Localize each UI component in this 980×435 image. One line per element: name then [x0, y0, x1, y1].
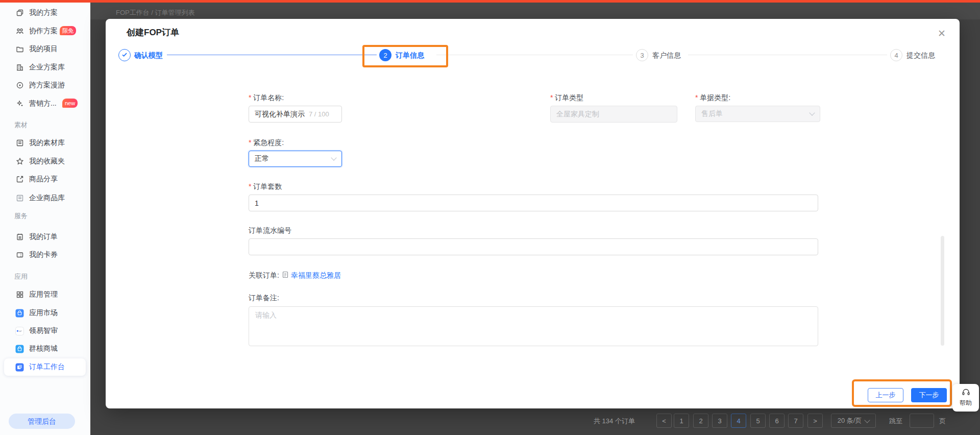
quantity-label: 订单套数	[249, 182, 282, 191]
remark-label: 订单备注:	[249, 294, 279, 303]
sidebar-item-my-plans[interactable]: 我的方案	[0, 7, 90, 19]
sidebar-item-app-management[interactable]: 应用管理	[0, 288, 90, 301]
step-3-circle: 3	[636, 49, 648, 61]
sidebar-section-service: 服务	[14, 211, 28, 221]
library-icon	[15, 139, 24, 148]
sidebar-item-product-share[interactable]: 商品分享	[0, 173, 90, 185]
pagination-page-5[interactable]: 5	[750, 414, 766, 428]
sidebar-item-app-market[interactable]: 应用市场	[0, 307, 90, 319]
folder-icon	[15, 45, 24, 54]
create-fop-order-dialog: 创建FOP订单 ✕ 确认模型 2 订单信息 3 客户信息 4 提交信息 订单名称…	[106, 19, 960, 408]
footer-buttons-highlight-annotation	[852, 379, 952, 407]
pagination-next-button[interactable]: >	[807, 414, 823, 428]
sidebar-section-apps: 应用	[14, 272, 28, 281]
goods-icon	[15, 194, 24, 203]
urgency-label: 紧急程度:	[249, 138, 284, 148]
pagination-page-unit: 页	[939, 417, 946, 426]
order-type-input-disabled	[550, 106, 677, 123]
step-connector-1	[167, 55, 377, 55]
step-3-label: 客户信息	[652, 51, 681, 60]
step-4-label: 提交信息	[906, 51, 935, 60]
sidebar-item-my-material-library[interactable]: 我的素材库	[0, 137, 90, 149]
order-name-label: 订单名称:	[249, 93, 284, 103]
chevron-down-icon	[809, 110, 815, 115]
step-1-label: 确认模型	[134, 51, 163, 60]
step-1-circle	[118, 49, 131, 61]
grid-icon	[15, 291, 24, 299]
sidebar-item-my-projects[interactable]: 我的项目	[0, 43, 90, 55]
sparkle-icon	[15, 100, 24, 108]
related-order-label: 关联订单:	[249, 271, 279, 280]
sidebar-item-my-orders[interactable]: 我的订单	[0, 231, 90, 243]
star-icon	[15, 157, 24, 166]
remark-textarea[interactable]	[249, 306, 818, 346]
sidebar: 我的方案 协作方案 限免 我的项目 企业方案库 跨方案漫游 营销方... new…	[0, 3, 90, 435]
workbench-icon	[15, 363, 24, 372]
serial-no-label: 订单流水编号	[249, 226, 291, 235]
step-connector-2	[436, 55, 633, 55]
pagination-page-4-current[interactable]: 4	[731, 414, 746, 428]
sidebar-item-cross-plan-roam[interactable]: 跨方案漫游	[0, 79, 90, 91]
sidebar-item-company-plan-library[interactable]: 企业方案库	[0, 61, 90, 74]
help-label: 帮助	[960, 399, 972, 407]
chevron-down-icon	[331, 155, 336, 160]
sidebar-item-lingyi-audit[interactable]: 领易智审	[0, 325, 90, 337]
pagination-page-6[interactable]: 6	[769, 414, 785, 428]
page-size-value: 20 条/页	[838, 416, 862, 425]
mall-bag-icon	[15, 345, 24, 353]
help-widget[interactable]: 帮助	[952, 384, 979, 412]
sidebar-item-order-workbench[interactable]: 订单工作台	[0, 361, 90, 373]
check-icon	[121, 51, 128, 60]
pagination-jump-input[interactable]	[910, 414, 934, 428]
sidebar-item-marketing-plan[interactable]: 营销方... new	[0, 98, 90, 110]
audit-logo-icon	[15, 327, 24, 335]
sidebar-item-my-favorites[interactable]: 我的收藏夹	[0, 155, 90, 167]
copy-icon	[15, 9, 24, 17]
pagination-page-3[interactable]: 3	[712, 414, 727, 428]
sidebar-item-my-coupons[interactable]: 我的卡券	[0, 249, 90, 261]
step-2-highlight-annotation	[362, 45, 448, 67]
limited-free-badge: 限免	[60, 26, 76, 35]
dialog-title: 创建FOP订单	[127, 27, 179, 38]
breadcrumb: FOP工作台 / 订单管理列表	[116, 8, 195, 17]
pagination-jump-label: 跳至	[889, 417, 902, 426]
serial-no-input[interactable]	[249, 238, 818, 255]
share-icon	[15, 175, 24, 184]
document-icon	[282, 271, 288, 280]
chevron-down-icon	[865, 417, 870, 423]
pagination-page-1[interactable]: 1	[674, 414, 689, 428]
doc-type-select-disabled: 售后单	[695, 106, 820, 122]
pagination-prev-button[interactable]: <	[656, 414, 672, 428]
modal-scrollbar-thumb[interactable]	[941, 236, 944, 346]
doc-type-value: 售后单	[701, 109, 723, 118]
quantity-input[interactable]	[249, 195, 818, 211]
pagination-total: 共 134 个订单	[594, 417, 635, 426]
sidebar-item-collab-plans[interactable]: 协作方案 限免	[0, 25, 90, 37]
building-icon	[15, 63, 24, 72]
sidebar-item-company-product-library[interactable]: 企业商品库	[0, 192, 90, 204]
page-header-dimmed: FOP工作台 / 订单管理列表	[90, 3, 980, 19]
sidebar-section-material: 素材	[14, 120, 28, 130]
urgency-select[interactable]: 正常	[249, 151, 342, 167]
roam-eye-icon	[15, 81, 24, 90]
urgency-value: 正常	[255, 154, 269, 163]
new-badge: new	[62, 99, 78, 108]
close-icon[interactable]: ✕	[935, 26, 949, 40]
step-connector-3	[688, 55, 887, 55]
headset-icon	[962, 388, 970, 398]
pagination-page-2[interactable]: 2	[693, 414, 708, 428]
order-icon	[15, 233, 24, 241]
doc-type-label: 单据类型:	[695, 93, 730, 103]
app-market-icon	[15, 309, 24, 318]
admin-console-button[interactable]: 管理后台	[9, 414, 75, 429]
coupon-icon	[15, 251, 24, 259]
order-type-label: 订单类型	[550, 93, 583, 103]
related-order-link[interactable]: 幸福里蔡总雅居	[291, 271, 341, 280]
sidebar-item-qunhe-mall[interactable]: 群核商城	[0, 343, 90, 355]
step-4-circle: 4	[890, 49, 902, 61]
team-icon	[15, 27, 24, 36]
top-progress-bar	[0, 0, 980, 3]
pagination-page-7[interactable]: 7	[788, 414, 803, 428]
order-name-counter: 7 / 100	[309, 110, 329, 118]
pagination-page-size-select[interactable]: 20 条/页	[831, 414, 876, 428]
